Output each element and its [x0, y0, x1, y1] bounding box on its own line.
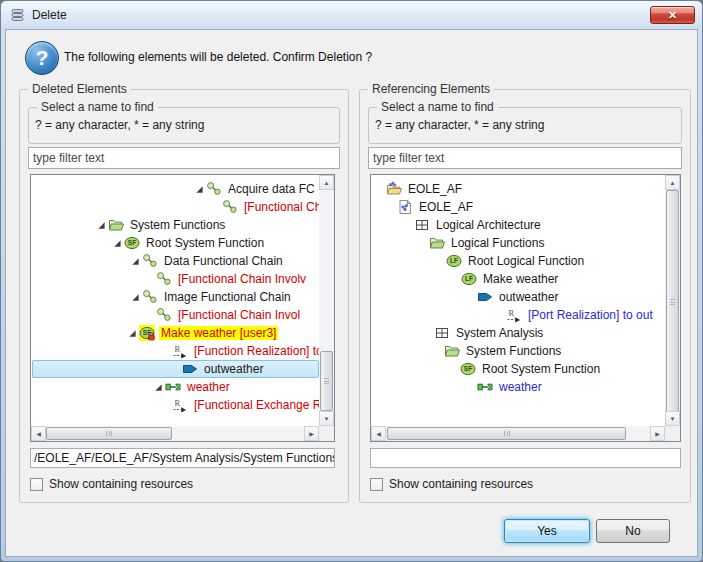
indent-spacer [32, 315, 142, 316]
arrow-spacer [432, 253, 446, 269]
indent-spacer [32, 297, 128, 298]
tree-item[interactable]: SFMake weather [user3] [32, 324, 319, 342]
tree-item-label: Root Logical Function [466, 254, 586, 268]
logical-function-icon: LF [461, 271, 477, 287]
logical-function-icon: LF [446, 253, 462, 269]
tree-item[interactable]: SFRoot System Function [372, 360, 665, 378]
indent-spacer [32, 243, 110, 244]
tree-item[interactable]: Logical Functions [372, 234, 665, 252]
tree-item-label: [Function Realization] to [192, 344, 319, 358]
vertical-scrollbar[interactable]: ▲ ▼ [665, 175, 680, 426]
arrow-spacer [208, 199, 222, 215]
scroll-left-icon[interactable]: ◀ [371, 426, 386, 441]
tree-item[interactable]: [Functional Chain Invol [32, 306, 319, 324]
show-containing-resources-checkbox[interactable]: Show containing resources [30, 477, 193, 491]
find-name-group: Select a name to find ? = any character,… [28, 107, 340, 144]
find-group-label: Select a name to find [377, 100, 498, 114]
tree-item[interactable]: outweather [32, 360, 319, 378]
deleted-elements-group: Deleted Elements Select a name to find ?… [19, 89, 349, 503]
scroll-up-icon[interactable]: ▲ [319, 175, 334, 190]
expand-arrow-icon[interactable] [128, 253, 142, 269]
tree-item[interactable]: weather [372, 378, 665, 396]
tree-item-label: [Functional Exchange Re [192, 398, 319, 412]
green-folder-icon [429, 235, 445, 251]
checkbox-box[interactable] [370, 478, 383, 491]
checkbox-box[interactable] [30, 478, 43, 491]
tree-item-label: [Functional Chain Involv [176, 272, 308, 286]
dialog-content: ? The following elements will be deleted… [5, 29, 698, 557]
tree-item[interactable]: SFRoot System Function [32, 234, 319, 252]
vertical-scrollbar-thumb[interactable] [320, 351, 333, 411]
help-question-icon: ? [25, 41, 59, 75]
expand-arrow-icon[interactable] [94, 217, 108, 233]
tree-item[interactable]: System Analysis [372, 324, 665, 342]
tree-item[interactable]: System Functions [32, 216, 319, 234]
horizontal-scrollbar[interactable]: ◀ ▶ [371, 426, 665, 441]
vertical-scrollbar[interactable]: ▲ ▼ [319, 175, 334, 426]
no-button[interactable]: No [596, 519, 670, 543]
tree-item[interactable]: weather [32, 378, 319, 396]
filter-hint: ? = any character, * = any string [35, 118, 204, 132]
tree-item[interactable]: [Functional Chain Involv [32, 270, 319, 288]
scroll-down-icon[interactable]: ▼ [319, 411, 334, 426]
tree-item[interactable]: System Functions [372, 342, 665, 360]
tree-item[interactable]: Image Functional Chain [32, 288, 319, 306]
tree-item[interactable]: R[Function Realization] to [32, 342, 319, 360]
tree-item[interactable]: Acquire data FC [32, 180, 319, 198]
tree-item-label: EOLE_AF [417, 200, 475, 214]
scroll-left-icon[interactable]: ◀ [31, 426, 46, 441]
tree-item[interactable]: Data Functional Chain [32, 252, 319, 270]
indent-spacer [32, 207, 208, 208]
filter-input[interactable] [368, 147, 682, 169]
horizontal-scrollbar-thumb[interactable] [387, 427, 626, 440]
yes-button[interactable]: Yes [504, 519, 590, 543]
expand-arrow-icon[interactable] [110, 235, 124, 251]
scroll-up-icon[interactable]: ▲ [665, 175, 680, 190]
functional-exchange-icon [477, 379, 493, 395]
tree-item[interactable]: R[Port Realization] to out [372, 306, 665, 324]
confirmation-message: The following elements will be deleted. … [64, 50, 372, 64]
checkbox-label: Show containing resources [389, 477, 533, 491]
indent-spacer [372, 243, 415, 244]
expand-arrow-icon[interactable] [192, 181, 206, 197]
arrow-spacer [463, 289, 477, 305]
close-button[interactable]: ✕ [650, 6, 695, 24]
indent-spacer [32, 225, 94, 226]
scroll-down-icon[interactable]: ▼ [665, 411, 680, 426]
expand-arrow-icon[interactable] [151, 379, 165, 395]
selected-element-path[interactable] [370, 448, 681, 468]
vertical-scrollbar-thumb[interactable] [666, 190, 679, 413]
referencing-elements-tree[interactable]: EOLE_AFEOLE_AFLogical ArchitectureLogica… [372, 176, 665, 426]
expand-arrow-icon[interactable] [125, 325, 139, 341]
deleted-elements-tree[interactable]: Acquire data FC[Functional Chain InvSyst… [32, 176, 319, 426]
filter-input[interactable] [28, 147, 340, 169]
tree-item-label: Image Functional Chain [162, 290, 293, 304]
horizontal-scrollbar-thumb[interactable] [46, 427, 172, 440]
arrow-spacer [420, 325, 434, 341]
arrow-spacer [383, 199, 397, 215]
arrow-spacer [158, 343, 172, 359]
tree-item[interactable]: R[Functional Exchange Re [32, 396, 319, 414]
indent-spacer [32, 351, 158, 352]
tree-item[interactable]: EOLE_AF [372, 180, 665, 198]
expand-arrow-icon[interactable] [128, 289, 142, 305]
tree-item-label: Root System Function [480, 362, 602, 376]
svg-text:R: R [175, 344, 181, 354]
tree-item[interactable]: Logical Architecture [372, 216, 665, 234]
tree-item[interactable]: LFRoot Logical Function [372, 252, 665, 270]
tree-item[interactable]: LFMake weather [372, 270, 665, 288]
selected-element-path[interactable]: /EOLE_AF/EOLE_AF/System Analysis/System … [30, 448, 335, 468]
scrollbar-corner [665, 426, 680, 441]
tree-item-label: Logical Architecture [434, 218, 543, 232]
show-containing-resources-checkbox[interactable]: Show containing resources [370, 477, 533, 491]
horizontal-scrollbar[interactable]: ◀ ▶ [31, 426, 319, 441]
tree-item-label: Data Functional Chain [162, 254, 285, 268]
tree-item[interactable]: [Functional Chain Inv [32, 198, 319, 216]
scroll-right-icon[interactable]: ▶ [650, 426, 665, 441]
title-bar[interactable]: Delete ✕ [1, 1, 702, 29]
tree-item[interactable]: EOLE_AF [372, 198, 665, 216]
tree-item[interactable]: outweather [372, 288, 665, 306]
tree-item-label: [Functional Chain Inv [242, 200, 319, 214]
scroll-right-icon[interactable]: ▶ [304, 426, 319, 441]
arrow-spacer [372, 181, 386, 197]
